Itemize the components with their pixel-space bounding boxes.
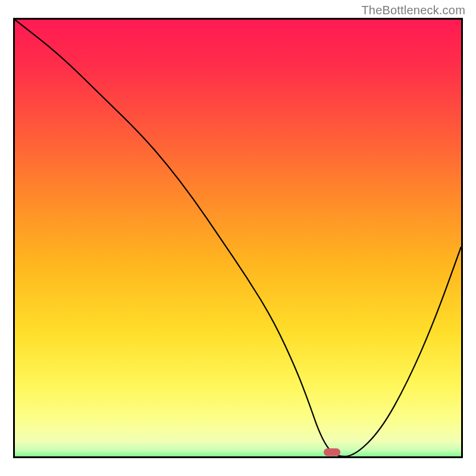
chart-frame: TheBottleneck.com: [0, 0, 476, 476]
optimal-point-marker: [324, 448, 340, 456]
watermark-text: TheBottleneck.com: [361, 4, 465, 17]
bottleneck-curve: [15, 20, 461, 456]
plot-area: [13, 18, 463, 458]
